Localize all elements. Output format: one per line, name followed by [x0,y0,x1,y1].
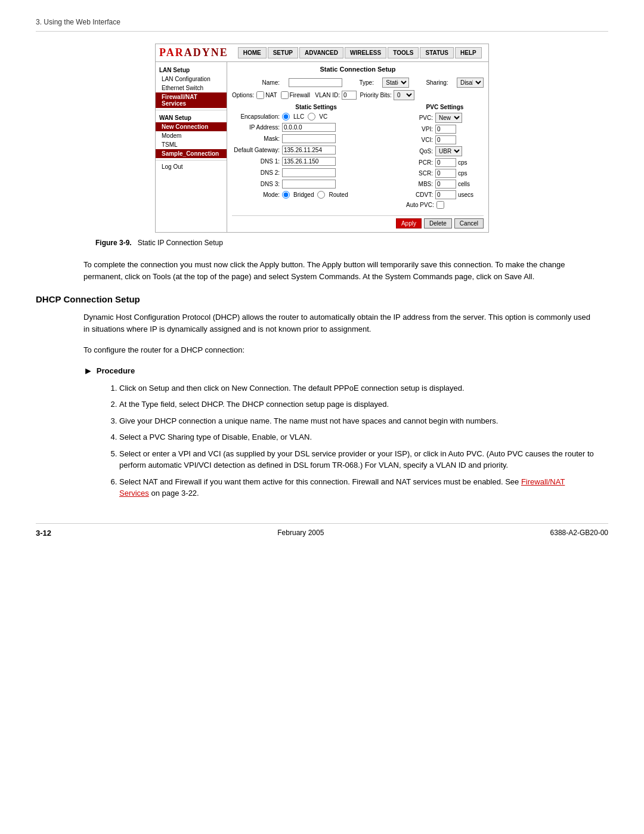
sidebar-item-ethernet-switch[interactable]: Ethernet Switch [156,84,227,92]
dns1-input[interactable] [282,157,336,166]
procedure-heading: ► Procedure [36,366,608,376]
static-settings-title: Static Settings [232,104,400,110]
mbs-label: MBS: [406,181,433,187]
priority-bits-select[interactable]: 0 [394,90,414,100]
firewall-checkbox[interactable] [281,91,289,99]
sidebar-item-logout[interactable]: Log Out [156,162,227,171]
procedure-step-6: Select NAT and Firewall if you want them… [119,476,596,499]
mask-input[interactable] [282,134,336,143]
figure-caption: Figure 3-9. Static IP Connection Setup [36,239,608,247]
mode-routed-radio[interactable] [317,191,325,199]
vpi-input[interactable] [435,125,456,134]
ip-address-input[interactable] [282,123,336,132]
sidebar-item-firewall-nat[interactable]: Firewall/NAT Services [156,92,227,108]
nav-tools[interactable]: Tools [388,47,419,58]
options-label: Options: [232,92,254,98]
procedure-step-5: Select or enter a VPI and VCI (as suppli… [119,448,596,471]
dns3-input[interactable] [282,180,336,189]
vlan-id-label: VLAN ID: [315,92,340,98]
ip-address-row: IP Address: [232,123,400,132]
nav-wireless[interactable]: Wireless [345,47,386,58]
sidebar-divider-1 [156,110,227,110]
gateway-row: Default Gateway: [232,146,400,155]
breadcrumb: 3. Using the Web Interface [36,18,608,32]
content-title: Static Connection Setup [232,66,484,73]
scr-label: SCR: [406,170,433,177]
gateway-input[interactable] [282,146,336,155]
cdvt-unit: usecs [458,191,473,198]
dns2-row: DNS 2: [232,168,400,177]
dns1-row: DNS 1: [232,157,400,166]
procedure-step-3: Give your DHCP connection a unique name.… [119,415,596,427]
vci-input[interactable] [435,135,456,144]
footer-doc-number: 6388-A2-GB20-00 [550,529,608,537]
sidebar-item-lan-config[interactable]: LAN Configuration [156,75,227,84]
sidebar-item-tsml[interactable]: TSML [156,140,227,149]
name-label: Name: [232,79,280,86]
page-footer: 3-12 February 2005 6388-A2-GB20-00 [36,523,608,538]
nat-checkbox[interactable] [256,91,264,99]
dns2-input[interactable] [282,168,336,177]
nav-advanced[interactable]: Advanced [299,47,343,58]
cancel-button[interactable]: Cancel [454,218,484,228]
pvc-settings: PVC Settings PVC: New VPI: [406,104,484,211]
enc-vc-label: VC [319,113,327,120]
sidebar-item-new-connection[interactable]: New Connection [156,122,227,131]
qos-row: QoS: UBR [406,146,484,156]
section-heading: DHCP Connection Setup [36,294,608,304]
sidebar-section-lan: LAN Setup [156,64,227,75]
pcr-label: PCR: [406,159,433,166]
router-content: Static Connection Setup Name: Type: Stat… [227,62,488,232]
body-text-3: To configure the router for a DHCP conne… [36,344,608,356]
scr-input[interactable] [435,169,456,178]
dns1-label: DNS 1: [232,158,280,165]
vpi-row: VPI: [406,125,484,134]
enc-vc-radio[interactable] [308,113,315,121]
delete-button[interactable]: Delete [424,218,452,228]
nav-status[interactable]: Status [420,47,454,58]
qos-label: QoS: [406,148,433,155]
enc-llc-radio[interactable] [282,113,290,121]
procedure-step-2: At the Type field, select DHCP. The DHCP… [119,399,596,410]
router-main: LAN Setup LAN Configuration Ethernet Swi… [156,62,488,232]
mode-bridged-radio[interactable] [282,191,290,199]
cdvt-input[interactable] [435,190,456,199]
sidebar-item-modem[interactable]: Modem [156,131,227,140]
options-row: Options: NAT Firewall VLAN ID: Priority … [232,90,484,100]
page-number: 3-12 [36,529,51,538]
pvc-select[interactable]: New [435,113,462,123]
mode-bridged-label: Bridged [293,191,314,198]
procedure-heading-text: Procedure [97,366,135,375]
sidebar-item-sample-connection[interactable]: Sample_Connection [156,149,227,158]
mbs-input[interactable] [435,180,456,189]
name-input[interactable] [289,78,342,87]
procedure-arrow-icon: ► [83,366,93,376]
router-logo: PARADYNE [159,47,228,59]
router-sidebar: LAN Setup LAN Configuration Ethernet Swi… [156,62,227,232]
auto-pvc-row: Auto PVC: [406,201,484,209]
type-select[interactable]: Static DHCP PPPoE [382,78,409,88]
vlan-id-input[interactable] [342,91,357,100]
apply-button[interactable]: Apply [396,218,422,228]
qos-select[interactable]: UBR [435,146,462,156]
mask-label: Mask: [232,135,280,142]
vci-row: VCI: [406,135,484,144]
firewall-label: Firewall [290,92,310,98]
enc-llc-label: LLC [293,113,304,120]
nav-home[interactable]: Home [238,47,267,58]
mbs-row: MBS: cells [406,180,484,189]
mode-row: Mode: Bridged Routed [232,191,400,199]
encapsulation-row: Encapsulation: LLC VC [232,113,400,121]
vci-label: VCI: [406,137,433,143]
dns3-label: DNS 3: [232,181,280,187]
scr-row: SCR: cps [406,169,484,178]
nav-help[interactable]: Help [455,47,482,58]
sharing-select[interactable]: Disable Enable VLAN [457,78,484,88]
link-suffix: on page 3-22. [149,489,199,498]
auto-pvc-checkbox[interactable] [436,201,444,209]
nav-setup[interactable]: Setup [268,47,298,58]
gateway-label: Default Gateway: [232,147,280,153]
pvc-settings-title: PVC Settings [406,104,484,110]
nat-label: NAT [265,92,277,98]
pcr-input[interactable] [435,158,456,167]
